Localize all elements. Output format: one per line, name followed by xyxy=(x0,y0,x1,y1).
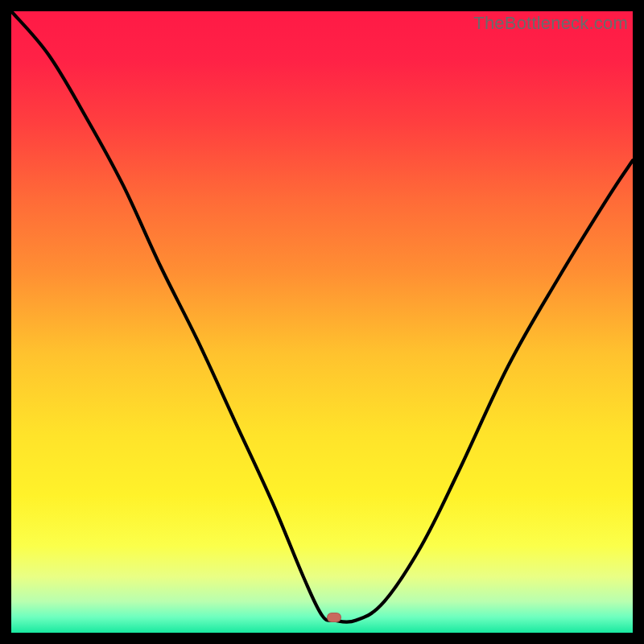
watermark-text: TheBottleneck.com xyxy=(473,13,628,34)
svg-rect-0 xyxy=(11,11,633,633)
optimal-point-marker xyxy=(327,613,341,622)
chart-frame: TheBottleneck.com xyxy=(11,11,633,633)
heat-gradient-background xyxy=(11,11,633,633)
